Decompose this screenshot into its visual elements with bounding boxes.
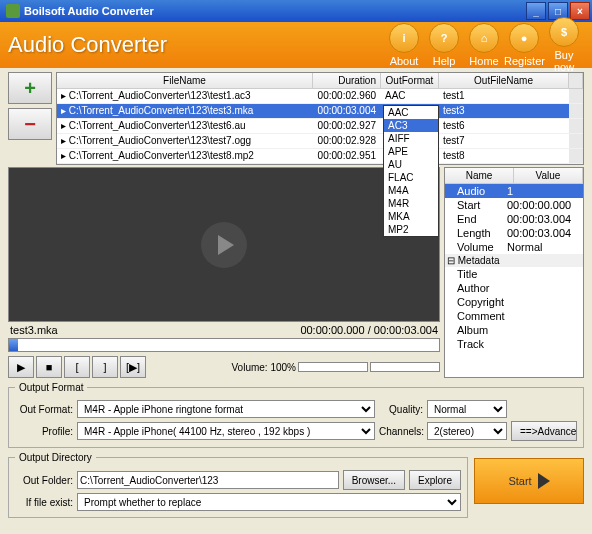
properties-panel: Name Value Audio1Start00:00:00.000End00:… xyxy=(444,167,584,378)
table-row[interactable]: ▸ C:\Torrent_AudioConverter\123\test6.au… xyxy=(57,119,583,134)
minimize-button[interactable]: _ xyxy=(526,2,546,20)
table-row[interactable]: ▸ C:\Torrent_AudioConverter\123\test8.mp… xyxy=(57,149,583,164)
table-row[interactable]: ▸ C:\Torrent_AudioConverter\123\test7.og… xyxy=(57,134,583,149)
app-icon xyxy=(6,4,20,18)
property-row[interactable]: Comment xyxy=(445,309,583,323)
property-row[interactable]: End00:00:03.004 xyxy=(445,212,583,226)
format-option[interactable]: MP2 xyxy=(384,223,438,236)
file-exist-select[interactable]: Prompt whether to replace xyxy=(77,493,461,511)
scrollbar[interactable] xyxy=(569,73,583,88)
stop-button[interactable]: ■ xyxy=(36,356,62,378)
home-icon: ⌂ xyxy=(469,23,499,53)
format-option[interactable]: AAC xyxy=(384,106,438,119)
buy-button[interactable]: $Buy now xyxy=(544,17,584,73)
property-row[interactable]: Track xyxy=(445,337,583,351)
volume-bar-right[interactable] xyxy=(370,362,440,372)
col-filename[interactable]: FileName xyxy=(57,73,313,88)
table-row[interactable]: ▸ C:\Torrent_AudioConverter\123\test3.mk… xyxy=(57,104,583,119)
remove-file-button[interactable]: − xyxy=(8,108,52,140)
about-button[interactable]: iAbout xyxy=(384,23,424,67)
col-duration[interactable]: Duration xyxy=(313,73,381,88)
table-row[interactable]: ▸ C:\Torrent_AudioConverter\123\test1.ac… xyxy=(57,89,583,104)
help-button[interactable]: ?Help xyxy=(424,23,464,67)
help-icon: ? xyxy=(429,23,459,53)
property-row[interactable]: Title xyxy=(445,267,583,281)
col-value[interactable]: Value xyxy=(514,168,583,183)
key-icon: ● xyxy=(509,23,539,53)
format-option[interactable]: APE xyxy=(384,145,438,158)
profile-select[interactable]: M4R - Apple iPhone( 44100 Hz, stereo , 1… xyxy=(77,422,375,440)
property-row[interactable]: VolumeNormal xyxy=(445,240,583,254)
out-format-select[interactable]: M4R - Apple iPhone ringtone format xyxy=(77,400,375,418)
property-row[interactable]: Start00:00:00.000 xyxy=(445,198,583,212)
format-option[interactable]: AC3 xyxy=(384,119,438,132)
browse-button[interactable]: Browser... xyxy=(343,470,405,490)
add-file-button[interactable]: + xyxy=(8,72,52,104)
property-group[interactable]: ⊟ Metadata xyxy=(445,254,583,267)
range-button[interactable]: [▶] xyxy=(120,356,146,378)
property-row[interactable]: Album xyxy=(445,323,583,337)
property-row[interactable]: Audio1 xyxy=(445,184,583,198)
play-icon xyxy=(538,473,550,489)
current-file-label: test3.mka xyxy=(10,324,58,336)
format-option[interactable]: AIFF xyxy=(384,132,438,145)
play-button[interactable]: ▶ xyxy=(8,356,34,378)
property-row[interactable]: Author xyxy=(445,281,583,295)
volume-label: Volume: 100% xyxy=(232,362,297,373)
out-folder-input[interactable] xyxy=(77,471,339,489)
seek-slider[interactable] xyxy=(8,338,440,352)
register-button[interactable]: ●Register xyxy=(504,23,544,67)
col-outfilename[interactable]: OutFileName xyxy=(439,73,569,88)
app-title: Audio Converter xyxy=(8,32,384,58)
window-title: Boilsoft Audio Converter xyxy=(24,5,524,17)
col-outformat[interactable]: OutFormat xyxy=(381,73,439,88)
play-overlay-icon xyxy=(201,222,247,268)
channels-select[interactable]: 2(stereo) xyxy=(427,422,507,440)
video-preview[interactable] xyxy=(8,167,440,322)
volume-bar-left[interactable] xyxy=(298,362,368,372)
output-directory-group: Output Directory Out Folder: Browser... … xyxy=(8,452,468,518)
property-row[interactable]: Copyright xyxy=(445,295,583,309)
header: Audio Converter iAbout ?Help ⌂Home ●Regi… xyxy=(0,22,592,68)
home-button[interactable]: ⌂Home xyxy=(464,23,504,67)
format-dropdown[interactable]: AACAC3AIFFAPEAUFLACM4AM4RMKAMP2 xyxy=(383,105,439,237)
format-option[interactable]: MKA xyxy=(384,210,438,223)
cart-icon: $ xyxy=(549,17,579,47)
explore-button[interactable]: Explore xyxy=(409,470,461,490)
mark-out-button[interactable]: ] xyxy=(92,356,118,378)
start-button[interactable]: Start xyxy=(474,458,584,504)
format-option[interactable]: M4R xyxy=(384,197,438,210)
property-row[interactable]: Length00:00:03.004 xyxy=(445,226,583,240)
mark-in-button[interactable]: [ xyxy=(64,356,90,378)
format-option[interactable]: AU xyxy=(384,158,438,171)
file-table[interactable]: FileName Duration OutFormat OutFileName … xyxy=(56,72,584,165)
time-label: 00:00:00.000 / 00:00:03.004 xyxy=(300,324,438,336)
format-option[interactable]: M4A xyxy=(384,184,438,197)
info-icon: i xyxy=(389,23,419,53)
output-format-group: Output Format Out Format: M4R - Apple iP… xyxy=(8,382,584,448)
col-name[interactable]: Name xyxy=(445,168,514,183)
quality-select[interactable]: Normal xyxy=(427,400,507,418)
title-bar: Boilsoft Audio Converter _ □ × xyxy=(0,0,592,22)
format-option[interactable]: FLAC xyxy=(384,171,438,184)
advance-button[interactable]: ==>Advance xyxy=(511,421,577,441)
